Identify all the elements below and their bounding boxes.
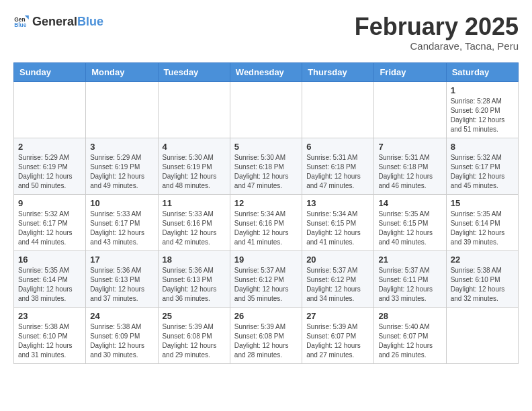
day-number: 4 bbox=[163, 142, 226, 152]
calendar-title: February 2025 bbox=[355, 13, 519, 40]
logo-general: General bbox=[32, 15, 77, 28]
day-info: Sunrise: 5:36 AM Sunset: 6:13 PM Dayligh… bbox=[90, 266, 153, 304]
day-info: Sunrise: 5:29 AM Sunset: 6:19 PM Dayligh… bbox=[18, 153, 81, 191]
calendar-cell bbox=[446, 307, 518, 363]
calendar-cell: 17Sunrise: 5:36 AM Sunset: 6:13 PM Dayli… bbox=[86, 250, 158, 307]
day-info: Sunrise: 5:31 AM Sunset: 6:18 PM Dayligh… bbox=[378, 153, 441, 191]
day-number: 7 bbox=[378, 142, 441, 152]
weekday-header-monday: Monday bbox=[86, 62, 158, 81]
calendar-cell: 24Sunrise: 5:38 AM Sunset: 6:09 PM Dayli… bbox=[86, 307, 158, 363]
calendar-cell: 1Sunrise: 5:28 AM Sunset: 6:20 PM Daylig… bbox=[446, 81, 518, 138]
day-number: 26 bbox=[234, 311, 298, 321]
day-info: Sunrise: 5:33 AM Sunset: 6:16 PM Dayligh… bbox=[163, 210, 226, 247]
day-number: 25 bbox=[163, 311, 226, 321]
day-number: 21 bbox=[378, 255, 441, 265]
weekday-header-tuesday: Tuesday bbox=[158, 62, 230, 81]
svg-text:Blue: Blue bbox=[14, 21, 27, 28]
calendar-cell bbox=[86, 81, 158, 138]
day-number: 15 bbox=[451, 198, 514, 208]
calendar-cell: 28Sunrise: 5:40 AM Sunset: 6:07 PM Dayli… bbox=[374, 307, 446, 363]
calendar-cell: 19Sunrise: 5:37 AM Sunset: 6:12 PM Dayli… bbox=[230, 250, 302, 307]
calendar-cell bbox=[158, 81, 230, 138]
day-info: Sunrise: 5:32 AM Sunset: 6:17 PM Dayligh… bbox=[451, 153, 514, 191]
day-number: 3 bbox=[90, 142, 153, 152]
day-number: 14 bbox=[378, 198, 441, 208]
calendar-cell: 11Sunrise: 5:33 AM Sunset: 6:16 PM Dayli… bbox=[158, 194, 230, 250]
day-number: 2 bbox=[18, 142, 81, 152]
logo-icon: Gen Blue bbox=[13, 13, 30, 30]
calendar-cell: 13Sunrise: 5:34 AM Sunset: 6:15 PM Dayli… bbox=[302, 194, 374, 250]
calendar-cell: 18Sunrise: 5:36 AM Sunset: 6:13 PM Dayli… bbox=[158, 250, 230, 307]
day-info: Sunrise: 5:32 AM Sunset: 6:17 PM Dayligh… bbox=[18, 210, 81, 247]
day-info: Sunrise: 5:38 AM Sunset: 6:10 PM Dayligh… bbox=[451, 266, 514, 304]
calendar-cell: 3Sunrise: 5:29 AM Sunset: 6:19 PM Daylig… bbox=[86, 138, 158, 194]
calendar-cell: 14Sunrise: 5:35 AM Sunset: 6:15 PM Dayli… bbox=[374, 194, 446, 250]
day-info: Sunrise: 5:39 AM Sunset: 6:07 PM Dayligh… bbox=[306, 322, 369, 360]
calendar-cell bbox=[230, 81, 302, 138]
calendar-cell bbox=[374, 81, 446, 138]
calendar-subtitle: Candarave, Tacna, Peru bbox=[355, 40, 519, 52]
weekday-header-thursday: Thursday bbox=[302, 62, 374, 81]
day-number: 8 bbox=[451, 142, 514, 152]
calendar-cell: 2Sunrise: 5:29 AM Sunset: 6:19 PM Daylig… bbox=[14, 138, 86, 194]
calendar-cell: 27Sunrise: 5:39 AM Sunset: 6:07 PM Dayli… bbox=[302, 307, 374, 363]
day-info: Sunrise: 5:31 AM Sunset: 6:18 PM Dayligh… bbox=[306, 153, 369, 191]
day-number: 24 bbox=[90, 311, 153, 321]
calendar-cell bbox=[14, 81, 86, 138]
calendar-cell: 21Sunrise: 5:37 AM Sunset: 6:11 PM Dayli… bbox=[374, 250, 446, 307]
header: Gen Blue GeneralBlue February 2025 Canda… bbox=[13, 13, 519, 52]
day-number: 16 bbox=[18, 255, 81, 265]
calendar-cell: 26Sunrise: 5:39 AM Sunset: 6:08 PM Dayli… bbox=[230, 307, 302, 363]
day-info: Sunrise: 5:35 AM Sunset: 6:15 PM Dayligh… bbox=[378, 210, 441, 247]
calendar-table: SundayMondayTuesdayWednesdayThursdayFrid… bbox=[13, 62, 519, 364]
week-row-2: 2Sunrise: 5:29 AM Sunset: 6:19 PM Daylig… bbox=[14, 138, 519, 194]
day-number: 22 bbox=[451, 255, 514, 265]
day-number: 20 bbox=[306, 255, 369, 265]
calendar-cell: 10Sunrise: 5:33 AM Sunset: 6:17 PM Dayli… bbox=[86, 194, 158, 250]
day-number: 10 bbox=[90, 198, 153, 208]
day-info: Sunrise: 5:30 AM Sunset: 6:19 PM Dayligh… bbox=[163, 153, 226, 191]
day-info: Sunrise: 5:34 AM Sunset: 6:15 PM Dayligh… bbox=[306, 210, 369, 247]
calendar-cell: 7Sunrise: 5:31 AM Sunset: 6:18 PM Daylig… bbox=[374, 138, 446, 194]
day-number: 6 bbox=[306, 142, 369, 152]
week-row-4: 16Sunrise: 5:35 AM Sunset: 6:14 PM Dayli… bbox=[14, 250, 519, 307]
day-info: Sunrise: 5:37 AM Sunset: 6:12 PM Dayligh… bbox=[234, 266, 298, 304]
day-number: 17 bbox=[90, 255, 153, 265]
calendar-cell: 23Sunrise: 5:38 AM Sunset: 6:10 PM Dayli… bbox=[14, 307, 86, 363]
weekday-header-row: SundayMondayTuesdayWednesdayThursdayFrid… bbox=[14, 62, 519, 81]
day-info: Sunrise: 5:29 AM Sunset: 6:19 PM Dayligh… bbox=[90, 153, 153, 191]
day-number: 13 bbox=[306, 198, 369, 208]
day-info: Sunrise: 5:33 AM Sunset: 6:17 PM Dayligh… bbox=[90, 210, 153, 247]
day-info: Sunrise: 5:39 AM Sunset: 6:08 PM Dayligh… bbox=[163, 322, 226, 360]
week-row-1: 1Sunrise: 5:28 AM Sunset: 6:20 PM Daylig… bbox=[14, 81, 519, 138]
day-number: 11 bbox=[163, 198, 226, 208]
weekday-header-sunday: Sunday bbox=[14, 62, 86, 81]
day-info: Sunrise: 5:38 AM Sunset: 6:09 PM Dayligh… bbox=[90, 322, 153, 360]
day-number: 18 bbox=[163, 255, 226, 265]
day-info: Sunrise: 5:39 AM Sunset: 6:08 PM Dayligh… bbox=[234, 322, 298, 360]
day-info: Sunrise: 5:36 AM Sunset: 6:13 PM Dayligh… bbox=[163, 266, 226, 304]
week-row-3: 9Sunrise: 5:32 AM Sunset: 6:17 PM Daylig… bbox=[14, 194, 519, 250]
day-info: Sunrise: 5:37 AM Sunset: 6:11 PM Dayligh… bbox=[378, 266, 441, 304]
day-number: 19 bbox=[234, 255, 298, 265]
day-number: 1 bbox=[451, 85, 514, 95]
week-row-5: 23Sunrise: 5:38 AM Sunset: 6:10 PM Dayli… bbox=[14, 307, 519, 363]
logo-blue: Blue bbox=[77, 15, 103, 28]
day-number: 28 bbox=[378, 311, 441, 321]
day-info: Sunrise: 5:35 AM Sunset: 6:14 PM Dayligh… bbox=[451, 210, 514, 247]
weekday-header-friday: Friday bbox=[374, 62, 446, 81]
calendar-cell: 25Sunrise: 5:39 AM Sunset: 6:08 PM Dayli… bbox=[158, 307, 230, 363]
calendar-cell: 6Sunrise: 5:31 AM Sunset: 6:18 PM Daylig… bbox=[302, 138, 374, 194]
day-info: Sunrise: 5:35 AM Sunset: 6:14 PM Dayligh… bbox=[18, 266, 81, 304]
calendar-cell: 16Sunrise: 5:35 AM Sunset: 6:14 PM Dayli… bbox=[14, 250, 86, 307]
calendar-cell: 20Sunrise: 5:37 AM Sunset: 6:12 PM Dayli… bbox=[302, 250, 374, 307]
calendar-cell: 12Sunrise: 5:34 AM Sunset: 6:16 PM Dayli… bbox=[230, 194, 302, 250]
day-info: Sunrise: 5:40 AM Sunset: 6:07 PM Dayligh… bbox=[378, 322, 441, 360]
day-number: 5 bbox=[234, 142, 298, 152]
day-info: Sunrise: 5:38 AM Sunset: 6:10 PM Dayligh… bbox=[18, 322, 81, 360]
day-number: 12 bbox=[234, 198, 298, 208]
calendar-cell bbox=[302, 81, 374, 138]
calendar-cell: 5Sunrise: 5:30 AM Sunset: 6:18 PM Daylig… bbox=[230, 138, 302, 194]
logo: Gen Blue GeneralBlue bbox=[13, 13, 103, 30]
title-area: February 2025 Candarave, Tacna, Peru bbox=[355, 13, 519, 52]
